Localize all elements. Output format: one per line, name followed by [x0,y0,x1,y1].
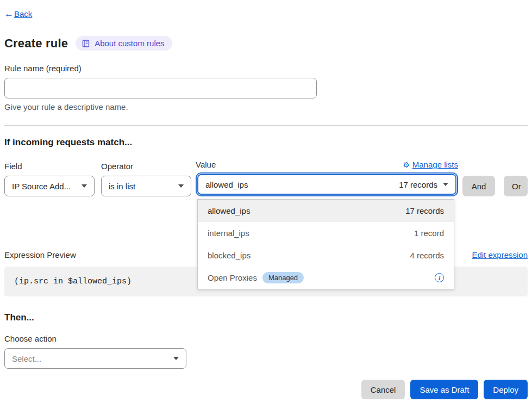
dropdown-item-allowed-ips[interactable]: allowed_ips 17 records [198,200,454,222]
book-icon [82,39,90,48]
list-name: internal_ips [208,228,249,238]
list-name: Open Proxies [208,273,257,282]
action-select-placeholder: Select... [12,354,41,363]
value-select-right: 17 records [399,180,448,189]
dropdown-item-blocked-ips[interactable]: blocked_ips 4 records [198,244,454,267]
condition-row: Field IP Source Add... Operator is in li… [4,160,528,196]
operator-select[interactable]: is in list [101,176,191,196]
back-link-label: Back [14,9,32,18]
field-column: Field IP Source Add... [4,162,95,196]
chevron-down-icon [173,357,179,360]
deploy-button[interactable]: Deploy [484,380,528,399]
title-row: Create rule About custom rules [4,36,528,51]
edit-expression-link[interactable]: Edit expression [472,250,528,259]
open-proxies-left: Open Proxies Managed [208,272,304,283]
chevron-down-icon [82,184,87,188]
info-icon[interactable]: i [435,273,444,282]
dropdown-item-open-proxies[interactable]: Open Proxies Managed i [198,267,454,289]
manage-lists-link[interactable]: ⚙ Manage lists [403,160,458,169]
operator-select-value: is in list [109,182,135,191]
rule-name-helper: Give your rule a descriptive name. [4,102,528,112]
footer-actions: Cancel Save as Draft Deploy [4,380,528,399]
cancel-button[interactable]: Cancel [361,380,405,399]
list-name: allowed_ips [208,206,250,215]
field-select-value: IP Source Add... [12,182,71,191]
back-row: ←Back [4,9,528,20]
operator-label: Operator [101,162,191,171]
save-as-draft-button[interactable]: Save as Draft [410,380,478,399]
chevron-down-icon [178,184,184,188]
section-divider [4,125,528,126]
field-select[interactable]: IP Source Add... [4,176,95,196]
action-select[interactable]: Select... [4,348,186,369]
or-button[interactable]: Or [504,176,528,196]
rule-name-label: Rule name (required) [4,64,528,73]
managed-badge: Managed [262,272,304,283]
choose-action-label: Choose action [4,334,528,343]
gear-icon: ⚙ [403,161,410,169]
chevron-down-icon [443,183,448,186]
list-record-count: 1 record [414,228,444,238]
value-column: Value ⚙ Manage lists allowed_ips 17 reco… [196,160,458,196]
expression-code: (ip.src in $allowed_ips) [14,277,132,286]
value-label: Value [196,160,216,169]
expression-preview-label: Expression Preview [4,250,76,259]
list-record-count: 4 records [410,251,444,260]
value-select[interactable]: allowed_ips 17 records [197,174,456,195]
manage-lists-label: Manage lists [412,160,458,169]
page-title: Create rule [4,36,68,51]
about-badge-label: About custom rules [95,39,164,48]
and-button[interactable]: And [462,176,495,196]
back-link[interactable]: ←Back [4,9,32,18]
rule-name-input[interactable] [4,78,317,98]
list-name: blocked_ips [208,251,251,260]
dropdown-item-internal-ips[interactable]: internal_ips 1 record [198,222,454,244]
field-label: Field [4,162,95,171]
create-rule-page: ←Back Create rule About custom rules Rul… [4,0,528,399]
operator-column: Operator is in list [101,162,191,196]
about-custom-rules-badge[interactable]: About custom rules [76,36,172,51]
then-section-heading: Then... [4,312,528,323]
list-dropdown-panel: allowed_ips 17 records internal_ips 1 re… [197,199,454,289]
match-section-heading: If incoming requests match... [4,137,528,148]
value-label-row: Value ⚙ Manage lists [196,160,458,169]
value-select-selected: allowed_ips [205,180,248,189]
value-select-records: 17 records [399,180,437,189]
list-record-count: 17 records [405,206,444,215]
back-arrow-icon: ← [4,9,14,20]
